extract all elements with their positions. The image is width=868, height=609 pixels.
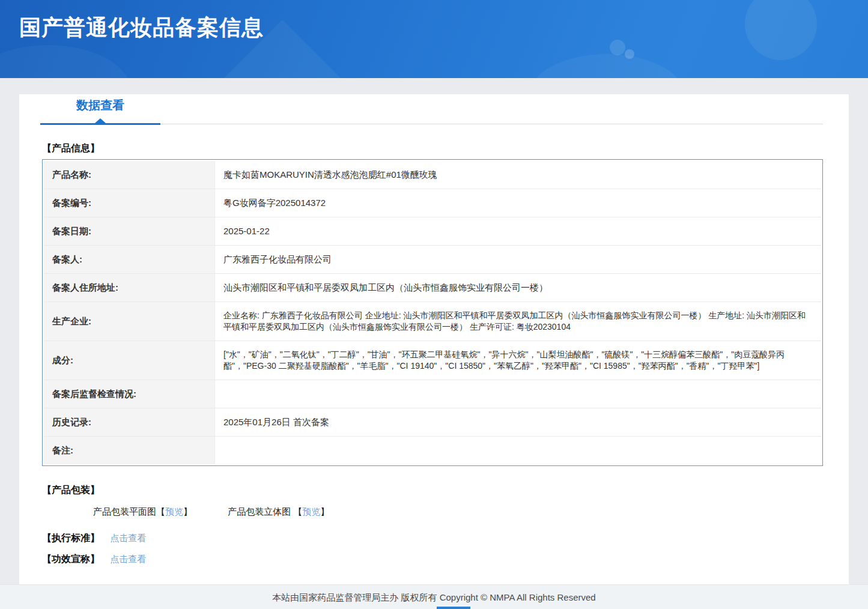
bracket-open: 【 [293, 506, 302, 517]
executive-standard-row: 【执行标准】 点击查看 [42, 532, 849, 545]
row-value: 2025年01月26日 首次备案 [215, 408, 821, 437]
row-value [215, 380, 821, 408]
row-value: 魔卡如茵MOKARUYIN清透水感泡泡腮红#01微醺玫瑰 [215, 161, 821, 189]
table-row-registrant-address: 备案人住所地址: 汕头市潮阳区和平镇和平居委双凤加工区内（汕头市恒鑫服饰实业有限… [44, 274, 821, 302]
efficacy-claim-title: 【功效宣称】 [42, 553, 100, 566]
table-row-registrant: 备案人: 广东雅西子化妆品有限公司 [44, 246, 821, 274]
bottom-accent-bar [437, 607, 470, 609]
row-label: 备案后监督检查情况: [44, 380, 215, 408]
header-decoration-circle [745, 0, 817, 60]
row-value: 汕头市潮阳区和平镇和平居委双凤加工区内（汕头市恒鑫服饰实业有限公司一楼） [215, 274, 821, 302]
row-label: 成分: [44, 341, 215, 380]
row-label: 备案人: [44, 246, 215, 274]
tab-active-arrow-icon [95, 118, 106, 123]
row-label: 备案编号: [44, 189, 215, 217]
row-value: 粤G妆网备字2025014372 [215, 189, 821, 217]
content-card: 数据查看 【产品信息】 产品名称: 魔卡如茵MOKARUYIN清透水感泡泡腮红#… [19, 94, 849, 584]
page-header: 国产普通化妆品备案信息 [0, 0, 868, 78]
row-label: 历史记录: [44, 408, 215, 437]
header-decoration-circle [610, 40, 625, 55]
tab-data-view[interactable]: 数据查看 [40, 94, 160, 125]
efficacy-claim-row: 【功效宣称】 点击查看 [42, 553, 849, 566]
table-row-remarks: 备注: [44, 437, 821, 464]
efficacy-claim-view-link[interactable]: 点击查看 [110, 554, 146, 564]
table-row-history: 历史记录: 2025年01月26日 首次备案 [44, 408, 821, 437]
header-decoration-circle [625, 49, 634, 59]
packaging-3d-label: 产品包装立体图 [228, 506, 293, 517]
product-info-table: 产品名称: 魔卡如茵MOKARUYIN清透水感泡泡腮红#01微醺玫瑰 备案编号:… [42, 159, 823, 466]
tab-bar: 数据查看 [40, 94, 823, 124]
table-row-registration-number: 备案编号: 粤G妆网备字2025014372 [44, 189, 821, 217]
executive-standard-view-link[interactable]: 点击查看 [110, 533, 146, 543]
packaging-section-title: 【产品包装】 [42, 484, 849, 497]
bracket-close: 】 [183, 506, 192, 517]
tab-active-underline [40, 123, 160, 125]
bracket-open: 【 [156, 506, 165, 517]
packaging-3d-item: 产品包装立体图 【预览】 [228, 506, 329, 518]
row-value: 企业名称: 广东雅西子化妆品有限公司 企业地址: 汕头市潮阳区和平镇和平居委双凤… [215, 302, 821, 341]
table-row-ingredients: 成分: ["水"，"矿油"，"二氧化钛"，"丁二醇"，"甘油"，"环五聚二甲基硅… [44, 341, 821, 380]
row-label: 备案日期: [44, 217, 215, 246]
executive-standard-title: 【执行标准】 [42, 532, 100, 545]
header-decoration-circle [529, 54, 685, 78]
packaging-flat-item: 产品包装平面图【预览】 [93, 506, 192, 518]
product-info-section-title: 【产品信息】 [42, 142, 849, 155]
table-row-manufacturer: 生产企业: 企业名称: 广东雅西子化妆品有限公司 企业地址: 汕头市潮阳区和平镇… [44, 302, 821, 341]
packaging-3d-preview-link[interactable]: 预览 [302, 506, 320, 517]
row-value [215, 437, 821, 464]
packaging-links-row: 产品包装平面图【预览】 产品包装立体图 【预览】 [93, 506, 849, 518]
row-label: 产品名称: [44, 161, 215, 189]
packaging-flat-label: 产品包装平面图 [93, 506, 156, 517]
packaging-flat-preview-link[interactable]: 预览 [165, 506, 183, 517]
table-row-registration-date: 备案日期: 2025-01-22 [44, 217, 821, 246]
header-decoration-circle [0, 45, 132, 78]
row-value: 2025-01-22 [215, 217, 821, 246]
row-value: ["水"，"矿油"，"二氧化钛"，"丁二醇"，"甘油"，"环五聚二甲基硅氧烷"，… [215, 341, 821, 380]
page-footer: 本站由国家药品监督管理局主办 版权所有 Copyright © NMPA All… [0, 584, 868, 609]
table-row-supervision-status: 备案后监督检查情况: [44, 380, 821, 408]
tab-data-view-label: 数据查看 [76, 94, 124, 114]
row-label: 生产企业: [44, 302, 215, 341]
page-title: 国产普通化妆品备案信息 [19, 13, 264, 43]
row-value: 广东雅西子化妆品有限公司 [215, 246, 821, 274]
row-label: 备案人住所地址: [44, 274, 215, 302]
table-row-product-name: 产品名称: 魔卡如茵MOKARUYIN清透水感泡泡腮红#01微醺玫瑰 [44, 161, 821, 189]
row-label: 备注: [44, 437, 215, 464]
copyright-text: 本站由国家药品监督管理局主办 版权所有 Copyright © NMPA All… [272, 592, 595, 602]
bracket-close: 】 [320, 506, 329, 517]
